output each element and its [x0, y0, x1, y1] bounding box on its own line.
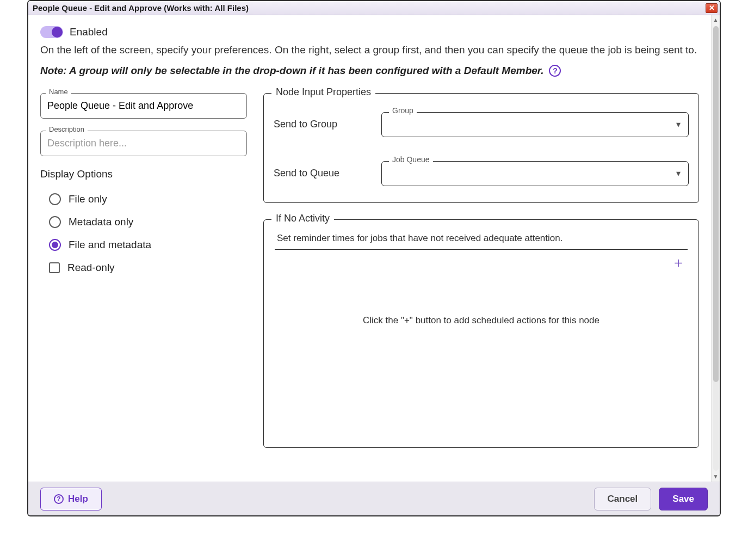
radio-label: File only: [69, 193, 107, 205]
intro-text: On the left of the screen, specify your …: [40, 42, 699, 58]
fieldset-legend: Node Input Properties: [271, 87, 375, 98]
radio-icon: [49, 239, 61, 251]
close-icon: ✕: [709, 4, 715, 12]
radio-file-and-metadata[interactable]: File and metadata: [40, 233, 247, 256]
help-button-label: Help: [68, 494, 88, 504]
name-input[interactable]: [40, 93, 247, 119]
vertical-scrollbar[interactable]: ▲ ▼: [711, 15, 720, 482]
description-field-label: Description: [46, 125, 88, 133]
question-icon: ?: [54, 494, 64, 504]
display-options-heading: Display Options: [40, 168, 247, 180]
name-field-wrap: Name: [40, 93, 247, 119]
name-field-label: Name: [46, 88, 71, 96]
scroll-track[interactable]: [713, 26, 719, 471]
queue-select-wrap: Job Queue ▾: [381, 161, 689, 186]
send-to-queue-row: Send to Queue Job Queue ▾: [274, 161, 689, 186]
footer-right-group: Cancel Save: [594, 488, 708, 510]
group-select[interactable]: ▾: [381, 112, 689, 137]
scroll-down-icon[interactable]: ▼: [713, 474, 719, 479]
save-button-label: Save: [672, 494, 694, 504]
cancel-button[interactable]: Cancel: [594, 488, 652, 510]
radio-label: Metadata only: [69, 216, 133, 228]
body-wrap: Enabled On the left of the screen, speci…: [28, 15, 720, 482]
chevron-down-icon: ▾: [676, 168, 681, 179]
note-text: Note: A group will only be selectable in…: [40, 65, 543, 77]
left-column: Name Description Display Options File on…: [40, 93, 247, 279]
close-button[interactable]: ✕: [706, 3, 718, 13]
radio-icon: [49, 193, 61, 205]
titlebar: People Queue - Edit and Approve (Works w…: [28, 1, 720, 15]
description-input[interactable]: [40, 131, 247, 156]
footer: ? Help Cancel Save: [28, 482, 720, 515]
help-button[interactable]: ? Help: [40, 488, 102, 510]
enabled-toggle[interactable]: [40, 26, 63, 38]
right-column: Node Input Properties Send to Group Grou…: [263, 93, 699, 448]
if-no-activity-fieldset: If No Activity Set reminder times for jo…: [263, 219, 699, 448]
add-action-button[interactable]: ＋: [671, 255, 685, 269]
activity-empty-text: Click the "+" button to add scheduled ac…: [363, 315, 599, 326]
enabled-row: Enabled: [40, 26, 699, 38]
content-area: Enabled On the left of the screen, speci…: [28, 15, 711, 482]
group-select-wrap: Group ▾: [381, 112, 689, 137]
window-title: People Queue - Edit and Approve (Works w…: [33, 3, 249, 13]
activity-empty-state: Click the "+" button to add scheduled ac…: [274, 269, 689, 433]
dialog-window: People Queue - Edit and Approve (Works w…: [27, 0, 721, 516]
plus-icon: ＋: [671, 254, 685, 270]
note-help-button[interactable]: ?: [549, 65, 561, 77]
activity-divider: [275, 249, 688, 250]
save-button[interactable]: Save: [659, 488, 708, 510]
send-to-queue-label: Send to Queue: [274, 168, 377, 179]
scroll-thumb[interactable]: [713, 26, 719, 382]
radio-label: File and metadata: [69, 239, 151, 251]
toggle-knob: [52, 27, 63, 38]
note-row: Note: A group will only be selectable in…: [40, 65, 699, 77]
group-select-label: Group: [389, 106, 417, 115]
description-field-wrap: Description: [40, 131, 247, 156]
checkbox-label: Read-only: [67, 262, 115, 274]
checkbox-read-only[interactable]: Read-only: [40, 256, 247, 279]
columns: Name Description Display Options File on…: [40, 93, 699, 448]
scroll-up-icon[interactable]: ▲: [713, 17, 719, 23]
radio-metadata-only[interactable]: Metadata only: [40, 211, 247, 233]
radio-icon: [49, 216, 61, 228]
add-action-row: ＋: [274, 253, 689, 269]
send-to-group-label: Send to Group: [274, 119, 377, 130]
enabled-label: Enabled: [70, 26, 108, 38]
radio-file-only[interactable]: File only: [40, 188, 247, 211]
queue-select[interactable]: ▾: [381, 161, 689, 186]
queue-select-label: Job Queue: [389, 155, 433, 164]
checkbox-icon: [49, 262, 60, 273]
activity-description: Set reminder times for jobs that have no…: [277, 233, 689, 244]
question-icon: ?: [553, 66, 558, 75]
chevron-down-icon: ▾: [676, 119, 681, 130]
send-to-group-row: Send to Group Group ▾: [274, 112, 689, 137]
node-input-fieldset: Node Input Properties Send to Group Grou…: [263, 93, 699, 203]
fieldset-legend: If No Activity: [271, 213, 334, 224]
cancel-button-label: Cancel: [608, 494, 638, 504]
